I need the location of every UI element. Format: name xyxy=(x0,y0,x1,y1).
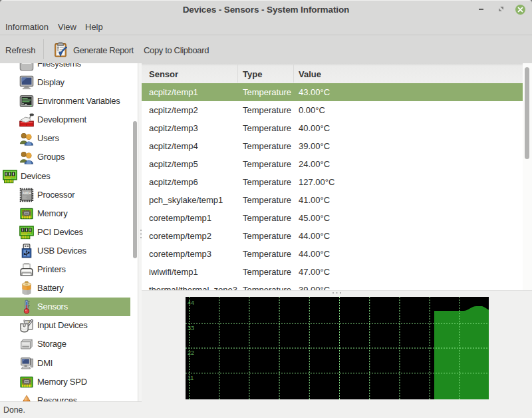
svg-text:11: 11 xyxy=(188,375,194,381)
svg-text:44: 44 xyxy=(188,300,194,306)
svg-text:22: 22 xyxy=(188,349,194,356)
svg-text:AMD: AMD xyxy=(23,191,30,194)
svg-text:33: 33 xyxy=(188,325,194,331)
